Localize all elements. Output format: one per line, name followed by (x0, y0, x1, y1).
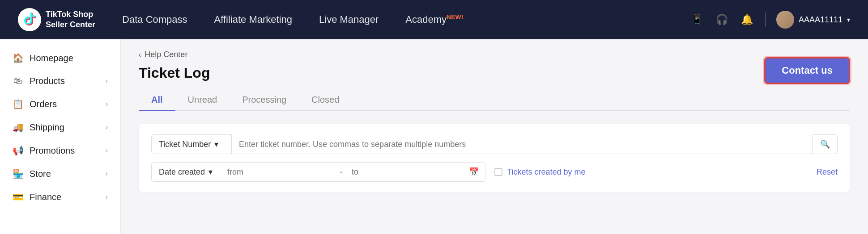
tab-unread[interactable]: Unread (175, 90, 230, 110)
finance-icon: 💳 (13, 192, 23, 202)
nav-links: Data Compass Affiliate Marketing Live Ma… (122, 13, 663, 25)
sidebar-label-products: Products (30, 76, 99, 86)
mobile-icon[interactable]: 📱 (690, 13, 704, 27)
date-filter-row: Date created ▾ - 📅 Tickets created by me… (151, 162, 838, 182)
nav-affiliate-marketing[interactable]: Affiliate Marketing (214, 14, 292, 25)
sidebar-item-shipping[interactable]: 🚚 Shipping › (0, 116, 120, 139)
date-from-input[interactable] (220, 163, 338, 181)
sidebar-label-finance: Finance (30, 192, 99, 202)
promotions-icon: 📢 (13, 145, 23, 156)
nav-data-compass[interactable]: Data Compass (122, 14, 187, 25)
sidebar: 🏠 Homepage 🛍 Products › 📋 Orders › 🚚 Shi… (0, 39, 121, 234)
ticket-number-input[interactable] (232, 135, 813, 154)
user-menu[interactable]: AAAA11111 ▾ (776, 11, 850, 29)
breadcrumb[interactable]: ‹ Help Center (139, 50, 850, 59)
sidebar-item-promotions[interactable]: 📢 Promotions › (0, 139, 120, 162)
page-title: Ticket Log (139, 65, 850, 81)
contact-us-wrap: Contact us (764, 57, 850, 84)
avatar (776, 11, 794, 29)
orders-chevron-icon: › (106, 100, 108, 108)
products-icon: 🛍 (13, 76, 23, 86)
date-filter-select[interactable]: Date created ▾ (152, 163, 220, 181)
tab-closed[interactable]: Closed (299, 90, 352, 110)
finance-chevron-icon: › (106, 193, 108, 201)
username: AAAA11111 (799, 15, 842, 25)
homepage-icon: 🏠 (13, 53, 23, 63)
top-navigation: TikTok Shop Seller Center Data Compass A… (0, 0, 868, 39)
tabs: All Unread Processing Closed (139, 90, 850, 111)
ticket-filter-select-label: Ticket Number (159, 140, 211, 149)
search-icon[interactable]: 🔍 (813, 134, 838, 154)
sidebar-label-store: Store (30, 169, 99, 179)
store-icon: 🏪 (13, 168, 23, 179)
sidebar-label-promotions: Promotions (30, 146, 99, 156)
sidebar-label-shipping: Shipping (30, 122, 99, 133)
ticket-filter-row: Ticket Number ▾ 🔍 (151, 134, 838, 154)
checkbox-label: Tickets created by me (507, 167, 585, 177)
date-range-separator: - (338, 167, 345, 177)
academy-new-badge: NEW! (447, 13, 463, 21)
logo-line2: Seller Center (46, 20, 95, 30)
shipping-icon: 🚚 (13, 122, 23, 133)
breadcrumb-label: Help Center (145, 50, 187, 59)
breadcrumb-arrow-icon: ‹ (139, 51, 141, 59)
sidebar-label-orders: Orders (30, 99, 99, 109)
sidebar-item-orders[interactable]: 📋 Orders › (0, 92, 120, 116)
filter-card: Ticket Number ▾ 🔍 Date created ▾ - (139, 124, 850, 192)
sidebar-item-finance[interactable]: 💳 Finance › (0, 185, 120, 209)
nav-right: 📱 🎧 🔔 AAAA11111 ▾ (690, 11, 850, 29)
contact-us-button[interactable]: Contact us (764, 57, 850, 84)
user-chevron-icon: ▾ (847, 16, 850, 23)
tab-processing[interactable]: Processing (230, 90, 299, 110)
logo[interactable]: TikTok Shop Seller Center (18, 8, 95, 31)
orders-icon: 📋 (13, 99, 23, 109)
ticket-filter-select[interactable]: Ticket Number ▾ (151, 134, 232, 154)
calendar-icon[interactable]: 📅 (463, 163, 485, 181)
logo-line1: TikTok Shop (46, 9, 95, 20)
nav-live-manager[interactable]: Live Manager (319, 14, 379, 25)
svg-point-0 (18, 8, 41, 31)
main-content: ‹ Help Center Ticket Log All Unread Proc… (121, 39, 868, 234)
nav-divider (765, 13, 766, 27)
ticket-filter-chevron-icon: ▾ (214, 139, 218, 149)
sidebar-item-store[interactable]: 🏪 Store › (0, 162, 120, 185)
checkbox-input[interactable] (494, 168, 502, 176)
products-chevron-icon: › (106, 77, 108, 85)
bell-icon[interactable]: 🔔 (740, 13, 754, 27)
date-filter-label: Date created (159, 167, 205, 177)
sidebar-label-homepage: Homepage (30, 53, 108, 63)
date-filter-wrap: Date created ▾ - 📅 (151, 162, 485, 182)
sidebar-item-homepage[interactable]: 🏠 Homepage (0, 46, 120, 70)
headset-icon[interactable]: 🎧 (715, 13, 729, 27)
main-layout: 🏠 Homepage 🛍 Products › 📋 Orders › 🚚 Shi… (0, 39, 868, 234)
reset-button[interactable]: Reset (817, 167, 838, 177)
date-to-input[interactable] (345, 163, 463, 181)
promotions-chevron-icon: › (106, 146, 108, 155)
tickets-created-by-me-checkbox[interactable]: Tickets created by me (494, 167, 585, 177)
store-chevron-icon: › (106, 170, 108, 178)
tab-all[interactable]: All (139, 90, 175, 110)
sidebar-item-products[interactable]: 🛍 Products › (0, 70, 120, 92)
nav-academy[interactable]: AcademyNEW! (405, 13, 463, 25)
date-filter-chevron-icon: ▾ (208, 167, 213, 177)
shipping-chevron-icon: › (106, 123, 108, 131)
